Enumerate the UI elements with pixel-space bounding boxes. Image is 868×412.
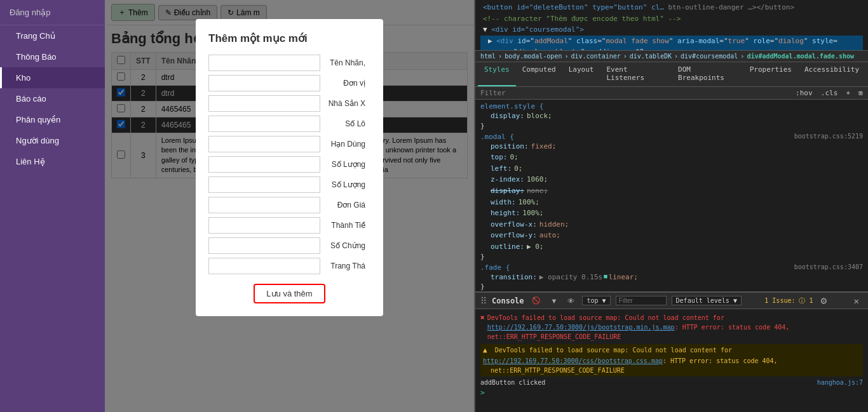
css-prop-name: transition:: [480, 272, 537, 283]
tab-properties[interactable]: Properties: [743, 62, 798, 86]
console-link-css[interactable]: http://192.169.77.50:3000/css/bootstrap.…: [483, 357, 663, 364]
form-row-sochung: Số Chứng: [208, 237, 370, 254]
label-solo: Số Lô: [320, 119, 370, 128]
hov-cls-buttons: :hov .cls + ⊞: [796, 89, 863, 97]
label-nhasanx: Nhà Sản X: [320, 99, 370, 108]
input-nhasanx[interactable]: [208, 95, 320, 112]
form-row-nhasanx: Nhà Sản X: [208, 95, 370, 112]
sidebar-item-phanquyen[interactable]: Phân quyền: [0, 109, 105, 130]
console-eye-button[interactable]: 👁: [565, 296, 577, 305]
console-filter-toggle[interactable]: ▼: [548, 296, 560, 305]
console-header: ⠿ Console 🚫 ▼ 👁 top ▼ Default levels ▼ 1…: [475, 293, 868, 309]
css-prop-value: 0;: [514, 163, 522, 175]
label-soluong1: Số Lượng: [320, 160, 370, 169]
css-prop-name: outline:: [480, 241, 524, 253]
css-modal-position: position:fixed;: [480, 141, 863, 152]
input-tennhan[interactable]: [208, 55, 320, 71]
css-prop-name: overflow-y:: [480, 230, 537, 241]
breadcrumb-addmodal[interactable]: div#addModal.modal.fade.show: [747, 53, 854, 60]
css-modal-width: width:100%;: [480, 197, 863, 208]
css-rule-modal: .modal { bootstrap.css:5219 position:fix…: [480, 133, 863, 261]
css-rule-element-style: element.style { display: block; }: [480, 102, 863, 130]
console-title: Console: [492, 296, 524, 305]
input-thanhtiep[interactable]: [208, 217, 320, 234]
dom-addmodal-line[interactable]: ▶ <div id="addModal" class="modal fade s…: [480, 36, 863, 51]
css-selector-fade: .fade {: [480, 263, 510, 272]
tab-computed[interactable]: Computed: [516, 62, 562, 86]
devtools-close-button[interactable]: ✕: [850, 296, 863, 306]
console-filter-input[interactable]: [616, 296, 667, 305]
console-top-selector[interactable]: top ▼: [582, 296, 610, 305]
modal-title: Thêm một mục mới: [208, 32, 370, 45]
sidebar-item-thongbao[interactable]: Thông Báo: [0, 46, 105, 67]
tab-layout[interactable]: Layout: [562, 62, 600, 86]
modal-dialog: Thêm một mục mới Tên Nhãn, Đơn vị Nhà Sả…: [196, 19, 383, 316]
sidebar-item-kho[interactable]: Kho: [0, 67, 105, 88]
save-btn-container: Lưu và thêm: [208, 284, 370, 303]
error-icon: ✖: [480, 313, 485, 324]
breadcrumb-container[interactable]: div.container: [571, 53, 620, 60]
console-link[interactable]: http://192.169.77.50:3000/js/bootstrap.m…: [487, 324, 675, 331]
tab-event-listeners[interactable]: Event Listeners: [600, 62, 672, 86]
console-source-link[interactable]: hanghoa.js:7: [817, 379, 863, 386]
console-settings-icon[interactable]: ⚙: [821, 295, 827, 307]
css-prop-value: ▶ 0;: [527, 241, 544, 253]
console-drag-icon: ⠿: [480, 296, 487, 306]
login-label[interactable]: Đăng nhập: [0, 0, 105, 25]
console-prompt: >: [480, 389, 485, 397]
dom-breadcrumb: html › body.modal-open › div.container ›…: [475, 51, 868, 62]
breadcrumb-tabledk[interactable]: div.tableDK: [630, 53, 672, 60]
css-modal-left: left:0;: [480, 163, 863, 175]
sidebar-item-baocao[interactable]: Báo cáo: [0, 88, 105, 109]
input-donvi[interactable]: [208, 75, 320, 91]
console-message-info: addButton clicked hanghoa.js:7: [480, 378, 863, 387]
css-prop-name: height:: [480, 208, 520, 219]
issue-badge[interactable]: 1 Issue: ⓘ 1: [764, 296, 813, 305]
css-prop-value: 100%;: [519, 197, 539, 208]
label-sochung: Số Chứng: [320, 241, 370, 250]
filter-input[interactable]: [511, 90, 796, 97]
tab-accessibility[interactable]: Accessibility: [798, 62, 865, 86]
input-trangtha[interactable]: [208, 258, 320, 274]
dom-comment-line: <!-- character "Thêm được encode theo ht…: [480, 13, 863, 25]
breadcrumb-coursemodal[interactable]: div#coursemodal: [681, 53, 738, 60]
css-prop-name: left:: [480, 163, 512, 175]
tab-styles[interactable]: Styles: [478, 62, 516, 86]
css-prop-name: display:: [480, 185, 524, 197]
modal-overlay[interactable]: Thêm một mục mới Tên Nhãn, Đơn vị Nhà Sả…: [105, 0, 474, 412]
css-modal-outline: outline:▶ 0;: [480, 241, 863, 253]
console-default-levels[interactable]: Default levels ▼: [672, 296, 742, 305]
css-prop-value: 0;: [510, 152, 519, 163]
form-row-donvi: Đơn vị: [208, 75, 370, 91]
label-trangtha: Trang Thá: [320, 262, 370, 270]
css-source-fade: bootstrap.css:3407: [794, 263, 863, 272]
input-soluong2[interactable]: [208, 176, 320, 193]
breadcrumb-body[interactable]: body.modal-open: [505, 53, 562, 60]
label-handung: Hạn Dùng: [320, 140, 370, 149]
sidebar-item-lienhe[interactable]: Liên Hệ: [0, 151, 105, 172]
css-source-modal: bootstrap.css:5219: [794, 133, 863, 141]
css-prop-display: display: block;: [480, 110, 863, 122]
css-prop-name: display:: [480, 110, 524, 122]
css-prop-value: 100%;: [522, 208, 543, 219]
form-row-soluong2: Số Lượng: [208, 176, 370, 193]
input-handung[interactable]: [208, 136, 320, 152]
breadcrumb-html[interactable]: html: [480, 53, 496, 60]
sidebar-item-nguoidung[interactable]: Người dùng: [0, 130, 105, 151]
save-button[interactable]: Lưu và thêm: [254, 284, 325, 303]
sidebar: Đăng nhập Trang Chủ Thông Báo Kho Báo cá…: [0, 0, 105, 412]
css-prop-value: block;: [527, 110, 552, 122]
input-dongia[interactable]: [208, 197, 320, 213]
input-sochung[interactable]: [208, 237, 320, 254]
css-prop-value: 1060;: [527, 174, 548, 185]
css-prop-value: hidden;: [539, 219, 569, 230]
console-clear-button[interactable]: 🚫: [529, 296, 543, 305]
sidebar-item-trangchu[interactable]: Trang Chủ: [0, 25, 105, 46]
input-solo[interactable]: [208, 116, 320, 132]
input-soluong1[interactable]: [208, 156, 320, 173]
tab-dom-breakpoints[interactable]: DOM Breakpoints: [672, 62, 743, 86]
label-tennhan: Tên Nhãn,: [320, 58, 370, 67]
css-rule-fade: .fade { bootstrap.css:3407 transition: ▶…: [480, 263, 863, 291]
form-row-handung: Hạn Dùng: [208, 136, 370, 152]
css-selector-modal: .modal {: [480, 133, 514, 141]
